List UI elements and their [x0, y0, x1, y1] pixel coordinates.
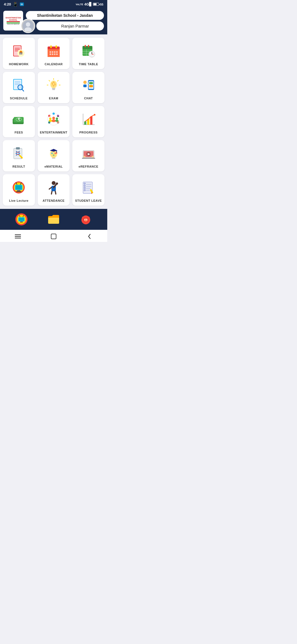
calendar-icon [45, 42, 62, 60]
grid-item-homework[interactable]: HOMEWORK [3, 38, 35, 69]
grid-item-progress[interactable]: PROGRESS [72, 106, 105, 137]
svg-rect-29 [82, 48, 92, 49]
logo-sub: ENGLISH MEDIUM [6, 23, 21, 25]
livelecture-icon [10, 179, 28, 196]
avatar [21, 19, 35, 33]
svg-rect-55 [52, 89, 55, 90]
svg-line-131 [55, 191, 56, 194]
header-right: Shantiniketan School - Jasdan Ranjan Par… [26, 11, 104, 31]
bottom-nav-folder[interactable] [46, 212, 61, 227]
progress-label: PROGRESS [79, 131, 97, 134]
svg-point-24 [52, 53, 53, 55]
bottom-nav-settings[interactable] [78, 212, 94, 227]
svg-line-129 [49, 187, 51, 189]
svg-rect-94 [90, 116, 92, 125]
linkedin-icon: in [20, 2, 24, 6]
nav-menu-button[interactable] [15, 233, 21, 240]
ematerial-icon [45, 144, 62, 162]
schedule-label: SCHEDULE [10, 97, 28, 100]
grid-item-timetable[interactable]: TIME TABLE [72, 38, 105, 69]
svg-line-130 [51, 191, 52, 194]
svg-point-22 [56, 51, 58, 53]
svg-rect-54 [52, 88, 55, 89]
status-right: VoLTE 4G▊ 55 [76, 2, 103, 6]
nav-home-button[interactable] [50, 233, 57, 240]
attendance-icon [45, 179, 62, 196]
grid-item-exam[interactable]: EXAM [38, 72, 70, 103]
user-name-box: Ranjan Parmar [36, 21, 104, 31]
svg-line-57 [49, 80, 50, 81]
grid-item-entertainment[interactable]: ♪ 🎬 ★ ⚽ 🎮 ENTERTAINMENT [38, 106, 70, 137]
grid-item-schedule[interactable]: SCHEDULE [3, 72, 35, 103]
result-label: RESULT [12, 165, 25, 168]
svg-point-107 [56, 152, 57, 154]
chat-label: CHAT [84, 97, 93, 100]
result-icon [10, 144, 28, 162]
schedule-icon [10, 76, 28, 94]
studentleave-label: STUDENT LEAVE [75, 199, 102, 202]
svg-rect-64 [89, 85, 93, 87]
svg-point-111 [53, 154, 54, 156]
bottom-nav-live[interactable] [14, 212, 29, 227]
studentleave-icon [80, 179, 97, 196]
svg-point-65 [83, 81, 87, 84]
svg-rect-157 [81, 219, 83, 220]
logo-box: SHANTINIKETANSCHOOL ENGLISH MEDIUM [3, 11, 23, 31]
grid-item-chat[interactable]: CHAT [72, 72, 105, 103]
status-left: 4:20 📱 in [4, 2, 24, 7]
svg-rect-17 [50, 45, 52, 48]
svg-rect-66 [83, 84, 87, 87]
timetable-icon [80, 42, 97, 60]
svg-point-21 [54, 51, 56, 53]
svg-point-164 [84, 220, 87, 222]
bottom-nav [0, 209, 107, 230]
svg-rect-16 [48, 49, 60, 57]
grid-item-result[interactable]: RESULT [3, 140, 35, 171]
entertainment-label: ENTERTAINMENT [40, 131, 67, 134]
calendar-label: CALENDAR [45, 62, 63, 66]
svg-point-163 [85, 218, 87, 220]
header: SHANTINIKETANSCHOOL ENGLISH MEDIUM Shant… [0, 9, 107, 34]
svg-point-20 [52, 51, 53, 53]
svg-point-78 [56, 118, 58, 120]
svg-point-128 [56, 182, 58, 185]
svg-text:🎬: 🎬 [57, 115, 59, 117]
svg-point-19 [50, 51, 51, 53]
progress-icon [80, 110, 97, 128]
erefrance-label: eREFRANCE [79, 165, 98, 168]
app-icon: 📱 [13, 2, 18, 7]
svg-rect-158 [89, 219, 90, 220]
svg-point-25 [54, 53, 56, 55]
entertainment-icon: ♪ 🎬 ★ ⚽ 🎮 [45, 110, 62, 128]
battery-level: 55 [100, 3, 103, 6]
signal-icon: 4G▊ [84, 2, 92, 6]
grid-item-erefrance[interactable]: eREFRANCE [72, 140, 105, 171]
svg-rect-106 [56, 151, 57, 153]
logo-text: SHANTINIKETANSCHOOL [6, 17, 21, 21]
svg-rect-124 [16, 191, 21, 192]
svg-point-75 [51, 119, 56, 122]
svg-text:⚽: ⚽ [57, 122, 59, 124]
attendance-label: ATTENDANCE [43, 199, 65, 202]
grid-item-calendar[interactable]: CALENDAR [38, 38, 70, 69]
svg-rect-155 [85, 215, 86, 217]
battery-icon [93, 3, 99, 6]
nav-back-button[interactable] [86, 233, 93, 240]
svg-point-26 [56, 53, 58, 55]
svg-rect-31 [88, 45, 89, 47]
svg-point-23 [50, 53, 51, 55]
grid-item-fees[interactable]: ₹ FEES [3, 106, 35, 137]
grid-item-ematerial[interactable]: eMATERIAL [38, 140, 70, 171]
svg-rect-11 [20, 53, 21, 54]
svg-rect-108 [52, 158, 55, 159]
fees-icon: ₹ [10, 110, 28, 128]
grid-item-livelecture[interactable]: Live Lecture [3, 174, 35, 206]
grid-item-studentleave[interactable]: STUDENT LEAVE [72, 174, 105, 206]
svg-line-58 [57, 80, 58, 81]
svg-rect-168 [51, 234, 56, 239]
status-bar: 4:20 📱 in VoLTE 4G▊ 55 [0, 0, 107, 9]
svg-rect-18 [56, 45, 57, 48]
grid-item-attendance[interactable]: ATTENDANCE [38, 174, 70, 206]
homework-icon [10, 42, 28, 60]
user-name: Ranjan Parmar [61, 24, 89, 28]
